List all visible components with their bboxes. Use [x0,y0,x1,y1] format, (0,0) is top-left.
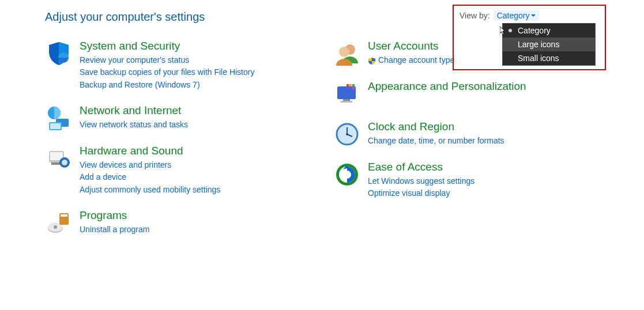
viewby-option-large-icons[interactable]: Large icons [503,37,595,51]
category-title[interactable]: Ease of Access [368,161,575,174]
network-icon [45,104,73,132]
category-title[interactable]: Clock and Region [368,120,575,134]
chevron-down-icon [531,14,536,17]
category-link[interactable]: Change date, time, or number formats [368,135,575,148]
ease-icon [333,161,361,188]
category-title[interactable]: Appearance and Personalization [368,80,575,93]
viewby-label: View by: [460,11,490,20]
svg-rect-23 [349,84,352,86]
svg-rect-25 [347,87,349,89]
category-title[interactable]: System and Security [80,40,287,53]
category-link[interactable]: Adjust commonly used mobility settings [80,184,287,196]
programs-icon [45,209,73,237]
shield-system-icon [45,40,73,67]
svg-rect-10 [63,157,66,160]
svg-point-13 [54,225,57,229]
category-link[interactable]: Add a device [80,171,287,184]
category-hardware: Hardware and Sound View devices and prin… [45,145,287,196]
right-column: User Accounts Change account type Appear… [333,40,575,249]
viewby-option-small-icons[interactable]: Small icons [503,51,595,65]
svg-rect-24 [352,84,355,86]
category-title[interactable]: Hardware and Sound [80,145,287,158]
category-link[interactable]: Review your computer's status [80,54,287,67]
category-link[interactable]: View devices and printers [80,159,287,172]
viewby-dropdown-menu: Category Large icons Small icons [502,23,596,66]
svg-point-17 [339,47,349,57]
svg-point-9 [62,160,67,165]
uac-shield-icon [368,56,376,65]
category-link[interactable]: Backup and Restore (Windows 7) [80,79,287,92]
category-appearance: Appearance and Personalization [333,80,575,108]
left-column: System and Security Review your computer… [45,40,287,249]
category-link[interactable]: Uninstall a program [80,224,287,236]
svg-point-32 [346,133,348,135]
viewby-selected-value: Category [497,11,530,20]
svg-rect-15 [61,214,67,217]
clock-icon [333,120,361,148]
category-link[interactable]: Let Windows suggest settings [368,175,575,188]
category-system-security: System and Security Review your computer… [45,40,287,92]
category-network: Network and Internet View network status… [45,104,287,132]
category-link[interactable]: Optimize visual display [368,187,575,200]
category-title[interactable]: Programs [80,209,287,222]
users-icon [333,40,361,67]
viewby-dropdown-trigger[interactable]: Category [494,10,540,21]
category-link[interactable]: Save backup copies of your files with Fi… [80,66,287,79]
category-clock-region: Clock and Region Change date, time, or n… [333,120,575,148]
svg-rect-27 [352,87,355,89]
svg-rect-4 [50,123,61,129]
viewby-panel: View by: Category Category Large icons S… [453,5,606,70]
viewby-option-category[interactable]: Category [503,24,595,37]
hardware-icon [45,145,73,172]
page-title: Adjust your computer's settings [45,10,205,24]
category-title[interactable]: Network and Internet [80,104,287,118]
category-link[interactable]: View network status and tasks [80,119,287,131]
svg-rect-20 [343,99,350,101]
svg-rect-21 [341,101,352,103]
category-programs: Programs Uninstall a program [45,209,287,237]
category-ease-of-access: Ease of Access Let Windows suggest setti… [333,161,575,200]
appearance-icon [333,80,361,108]
category-link-text: Change account type [378,54,454,67]
svg-rect-26 [349,87,352,89]
svg-rect-22 [347,84,349,86]
